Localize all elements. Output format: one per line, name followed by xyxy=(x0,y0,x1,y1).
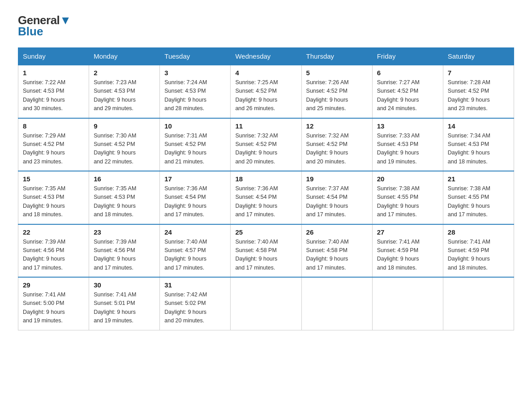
logo-blue-text: Blue xyxy=(18,25,43,39)
calendar-cell: 28 Sunrise: 7:41 AMSunset: 4:59 PMDaylig… xyxy=(443,224,514,278)
day-number: 18 xyxy=(235,175,296,183)
day-number: 6 xyxy=(377,69,438,77)
calendar-cell: 12 Sunrise: 7:32 AMSunset: 4:52 PMDaylig… xyxy=(301,118,372,171)
day-info: Sunrise: 7:41 AMSunset: 5:01 PMDaylight:… xyxy=(94,291,155,325)
calendar-cell: 21 Sunrise: 7:38 AMSunset: 4:55 PMDaylig… xyxy=(443,171,514,224)
calendar-cell: 5 Sunrise: 7:26 AMSunset: 4:52 PMDayligh… xyxy=(301,65,372,118)
calendar-cell: 20 Sunrise: 7:38 AMSunset: 4:55 PMDaylig… xyxy=(372,171,443,224)
day-info: Sunrise: 7:31 AMSunset: 4:52 PMDaylight:… xyxy=(164,132,226,167)
day-info: Sunrise: 7:37 AMSunset: 4:54 PMDaylight:… xyxy=(306,184,368,219)
day-info: Sunrise: 7:27 AMSunset: 4:52 PMDaylight:… xyxy=(377,78,438,113)
calendar-cell xyxy=(443,277,514,330)
day-number: 16 xyxy=(94,175,155,183)
weekday-header-sunday: Sunday xyxy=(18,48,89,65)
day-info: Sunrise: 7:30 AMSunset: 4:52 PMDaylight:… xyxy=(94,132,155,167)
logo-triangle-icon: ▼ xyxy=(60,13,71,27)
day-number: 11 xyxy=(235,122,296,130)
calendar-cell: 30 Sunrise: 7:41 AMSunset: 5:01 PMDaylig… xyxy=(89,277,160,330)
day-info: Sunrise: 7:22 AMSunset: 4:53 PMDaylight:… xyxy=(23,78,84,113)
weekday-header-tuesday: Tuesday xyxy=(160,48,231,65)
day-number: 30 xyxy=(94,281,155,289)
day-number: 28 xyxy=(448,228,509,236)
calendar-cell: 9 Sunrise: 7:30 AMSunset: 4:52 PMDayligh… xyxy=(89,118,160,171)
calendar-cell: 11 Sunrise: 7:32 AMSunset: 4:52 PMDaylig… xyxy=(231,118,301,171)
logo: General▼ Blue xyxy=(18,13,71,39)
page-header: General▼ Blue xyxy=(18,13,514,39)
day-info: Sunrise: 7:39 AMSunset: 4:56 PMDaylight:… xyxy=(94,238,155,273)
day-info: Sunrise: 7:26 AMSunset: 4:52 PMDaylight:… xyxy=(306,78,368,113)
day-number: 22 xyxy=(23,228,84,236)
day-number: 1 xyxy=(23,69,84,77)
week-row-1: 1 Sunrise: 7:22 AMSunset: 4:53 PMDayligh… xyxy=(18,65,514,118)
calendar-cell: 26 Sunrise: 7:40 AMSunset: 4:58 PMDaylig… xyxy=(301,224,372,278)
day-info: Sunrise: 7:39 AMSunset: 4:56 PMDaylight:… xyxy=(23,238,84,273)
day-number: 29 xyxy=(23,281,84,289)
day-info: Sunrise: 7:28 AMSunset: 4:52 PMDaylight:… xyxy=(448,78,509,113)
calendar-cell: 25 Sunrise: 7:40 AMSunset: 4:58 PMDaylig… xyxy=(231,224,301,278)
day-info: Sunrise: 7:36 AMSunset: 4:54 PMDaylight:… xyxy=(164,184,226,219)
day-number: 8 xyxy=(23,122,84,130)
day-info: Sunrise: 7:38 AMSunset: 4:55 PMDaylight:… xyxy=(377,184,438,219)
day-info: Sunrise: 7:40 AMSunset: 4:58 PMDaylight:… xyxy=(306,238,368,273)
day-info: Sunrise: 7:40 AMSunset: 4:58 PMDaylight:… xyxy=(235,238,296,273)
day-number: 14 xyxy=(448,122,509,130)
day-number: 4 xyxy=(235,69,296,77)
day-info: Sunrise: 7:25 AMSunset: 4:52 PMDaylight:… xyxy=(235,78,296,113)
week-row-5: 29 Sunrise: 7:41 AMSunset: 5:00 PMDaylig… xyxy=(18,277,514,330)
weekday-header-wednesday: Wednesday xyxy=(231,48,301,65)
day-number: 15 xyxy=(23,175,84,183)
day-info: Sunrise: 7:42 AMSunset: 5:02 PMDaylight:… xyxy=(164,291,226,325)
calendar-cell: 22 Sunrise: 7:39 AMSunset: 4:56 PMDaylig… xyxy=(18,224,89,278)
calendar-table: SundayMondayTuesdayWednesdayThursdayFrid… xyxy=(18,47,514,330)
day-info: Sunrise: 7:23 AMSunset: 4:53 PMDaylight:… xyxy=(94,78,155,113)
day-number: 2 xyxy=(94,69,155,77)
day-info: Sunrise: 7:36 AMSunset: 4:54 PMDaylight:… xyxy=(235,184,296,219)
day-number: 7 xyxy=(448,69,509,77)
calendar-cell: 13 Sunrise: 7:33 AMSunset: 4:53 PMDaylig… xyxy=(372,118,443,171)
calendar-cell: 14 Sunrise: 7:34 AMSunset: 4:53 PMDaylig… xyxy=(443,118,514,171)
calendar-cell: 3 Sunrise: 7:24 AMSunset: 4:53 PMDayligh… xyxy=(160,65,231,118)
day-number: 3 xyxy=(164,69,226,77)
day-number: 20 xyxy=(377,175,438,183)
calendar-cell: 19 Sunrise: 7:37 AMSunset: 4:54 PMDaylig… xyxy=(301,171,372,224)
day-info: Sunrise: 7:41 AMSunset: 4:59 PMDaylight:… xyxy=(448,238,509,273)
day-info: Sunrise: 7:40 AMSunset: 4:57 PMDaylight:… xyxy=(164,238,226,273)
calendar-cell: 7 Sunrise: 7:28 AMSunset: 4:52 PMDayligh… xyxy=(443,65,514,118)
day-info: Sunrise: 7:29 AMSunset: 4:52 PMDaylight:… xyxy=(23,132,84,167)
week-row-2: 8 Sunrise: 7:29 AMSunset: 4:52 PMDayligh… xyxy=(18,118,514,171)
weekday-header-saturday: Saturday xyxy=(443,48,514,65)
weekday-header-row: SundayMondayTuesdayWednesdayThursdayFrid… xyxy=(18,48,514,65)
calendar-cell: 16 Sunrise: 7:35 AMSunset: 4:53 PMDaylig… xyxy=(89,171,160,224)
day-number: 27 xyxy=(377,228,438,236)
day-number: 31 xyxy=(164,281,226,289)
calendar-cell xyxy=(231,277,301,330)
day-info: Sunrise: 7:32 AMSunset: 4:52 PMDaylight:… xyxy=(306,132,368,167)
day-number: 24 xyxy=(164,228,226,236)
day-info: Sunrise: 7:41 AMSunset: 5:00 PMDaylight:… xyxy=(23,291,84,325)
day-info: Sunrise: 7:35 AMSunset: 4:53 PMDaylight:… xyxy=(94,184,155,219)
day-info: Sunrise: 7:41 AMSunset: 4:59 PMDaylight:… xyxy=(377,238,438,273)
weekday-header-thursday: Thursday xyxy=(301,48,372,65)
weekday-header-friday: Friday xyxy=(372,48,443,65)
day-info: Sunrise: 7:34 AMSunset: 4:53 PMDaylight:… xyxy=(448,132,509,167)
calendar-cell: 1 Sunrise: 7:22 AMSunset: 4:53 PMDayligh… xyxy=(18,65,89,118)
day-number: 21 xyxy=(448,175,509,183)
calendar-cell: 4 Sunrise: 7:25 AMSunset: 4:52 PMDayligh… xyxy=(231,65,301,118)
calendar-cell xyxy=(301,277,372,330)
calendar-cell: 10 Sunrise: 7:31 AMSunset: 4:52 PMDaylig… xyxy=(160,118,231,171)
calendar-cell: 27 Sunrise: 7:41 AMSunset: 4:59 PMDaylig… xyxy=(372,224,443,278)
day-number: 10 xyxy=(164,122,226,130)
day-info: Sunrise: 7:35 AMSunset: 4:53 PMDaylight:… xyxy=(23,184,84,219)
calendar-cell: 23 Sunrise: 7:39 AMSunset: 4:56 PMDaylig… xyxy=(89,224,160,278)
calendar-cell: 18 Sunrise: 7:36 AMSunset: 4:54 PMDaylig… xyxy=(231,171,301,224)
day-info: Sunrise: 7:24 AMSunset: 4:53 PMDaylight:… xyxy=(164,78,226,113)
day-number: 25 xyxy=(235,228,296,236)
day-number: 23 xyxy=(94,228,155,236)
day-number: 19 xyxy=(306,175,368,183)
weekday-header-monday: Monday xyxy=(89,48,160,65)
day-number: 17 xyxy=(164,175,226,183)
day-number: 5 xyxy=(306,69,368,77)
day-number: 9 xyxy=(94,122,155,130)
day-number: 13 xyxy=(377,122,438,130)
day-info: Sunrise: 7:33 AMSunset: 4:53 PMDaylight:… xyxy=(377,132,438,167)
